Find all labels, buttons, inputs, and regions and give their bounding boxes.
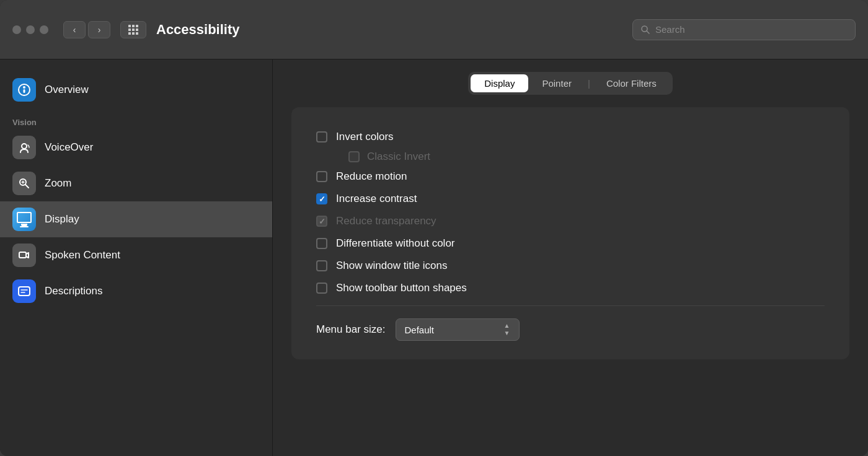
back-icon: ‹ bbox=[73, 25, 76, 35]
sidebar-item-zoom[interactable]: Zoom bbox=[0, 165, 272, 201]
svg-rect-11 bbox=[19, 287, 30, 296]
label-window-title: Show window title icons bbox=[336, 260, 448, 272]
svg-point-5 bbox=[22, 144, 27, 149]
search-icon bbox=[640, 25, 650, 35]
svg-line-7 bbox=[25, 185, 29, 188]
sidebar-item-spoken-label: Spoken Content bbox=[45, 249, 120, 261]
checkbox-toolbar-shapes[interactable] bbox=[316, 283, 327, 294]
stepper-up-icon: ▲ bbox=[504, 323, 510, 329]
tab-divider: | bbox=[588, 78, 590, 89]
sidebar-item-voiceover[interactable]: VoiceOver bbox=[0, 129, 272, 165]
checkmark-increase-contrast: ✓ bbox=[319, 195, 326, 204]
settings-panel: Invert colors Classic Invert Reduce moti… bbox=[291, 107, 849, 359]
svg-rect-10 bbox=[19, 252, 26, 258]
stepper-down-icon: ▼ bbox=[504, 330, 510, 336]
sidebar-item-descriptions-label: Descriptions bbox=[45, 285, 103, 297]
svg-point-3 bbox=[23, 86, 25, 89]
checkbox-classic-invert[interactable] bbox=[348, 151, 360, 162]
main-panel: Display Pointer | Color Filters Invert c… bbox=[273, 59, 868, 456]
setting-row-classic-invert: Classic Invert bbox=[348, 148, 825, 165]
nav-buttons: ‹ › bbox=[63, 21, 110, 38]
grid-icon bbox=[128, 25, 138, 35]
menu-bar-size-label: Menu bar size: bbox=[316, 323, 386, 336]
sidebar-item-display[interactable]: Display bbox=[0, 201, 272, 237]
svg-line-1 bbox=[647, 31, 649, 33]
search-bar[interactable] bbox=[632, 19, 856, 40]
checkbox-differentiate[interactable] bbox=[316, 238, 327, 249]
divider bbox=[316, 305, 825, 306]
window: ‹ › Accessibility bbox=[0, 0, 868, 456]
setting-row-window-title: Show window title icons bbox=[316, 255, 825, 277]
minimize-button[interactable] bbox=[26, 25, 35, 34]
sidebar-item-spoken[interactable]: Spoken Content bbox=[0, 237, 272, 273]
forward-icon: › bbox=[98, 25, 101, 35]
tab-color-filters[interactable]: Color Filters bbox=[593, 74, 670, 92]
label-differentiate: Differentiate without color bbox=[336, 237, 455, 250]
label-reduce-transparency: Reduce transparency bbox=[336, 215, 436, 227]
stepper-icon: ▲ ▼ bbox=[504, 323, 510, 336]
back-button[interactable]: ‹ bbox=[63, 21, 86, 38]
checkbox-increase-contrast[interactable]: ✓ bbox=[316, 193, 327, 204]
sidebar-item-overview-label: Overview bbox=[45, 84, 89, 96]
label-toolbar-shapes: Show toolbar button shapes bbox=[336, 282, 467, 294]
checkbox-invert-colors[interactable] bbox=[316, 131, 327, 142]
sidebar: Overview Vision VoiceOver bbox=[0, 59, 273, 456]
sidebar-item-voiceover-label: VoiceOver bbox=[45, 141, 93, 154]
checkbox-reduce-motion[interactable] bbox=[316, 171, 327, 182]
label-increase-contrast: Increase contrast bbox=[336, 193, 417, 205]
menu-bar-size-row: Menu bar size: Default ▲ ▼ bbox=[316, 318, 825, 341]
content: Overview Vision VoiceOver bbox=[0, 59, 868, 456]
traffic-lights bbox=[12, 25, 48, 34]
close-button[interactable] bbox=[12, 25, 21, 34]
spoken-icon bbox=[12, 243, 36, 267]
checkmark-reduce-transparency: ✓ bbox=[319, 217, 326, 226]
menu-bar-size-value: Default bbox=[405, 325, 435, 335]
sidebar-item-overview[interactable]: Overview bbox=[0, 72, 272, 108]
display-icon bbox=[12, 208, 36, 231]
checkbox-window-title[interactable] bbox=[316, 260, 327, 271]
setting-row-differentiate: Differentiate without color bbox=[316, 232, 825, 255]
sidebar-item-display-label: Display bbox=[45, 213, 79, 226]
label-reduce-motion: Reduce motion bbox=[336, 170, 407, 183]
grid-view-button[interactable] bbox=[120, 21, 146, 38]
voiceover-icon bbox=[12, 136, 36, 159]
titlebar: ‹ › Accessibility bbox=[0, 0, 868, 59]
setting-row-toolbar-shapes: Show toolbar button shapes bbox=[316, 277, 825, 299]
overview-icon bbox=[12, 78, 36, 102]
section-vision-header: Vision bbox=[0, 108, 272, 129]
setting-row-reduce-transparency: ✓ Reduce transparency bbox=[316, 210, 825, 232]
forward-button[interactable]: › bbox=[88, 21, 110, 38]
label-invert-colors: Invert colors bbox=[336, 131, 394, 143]
sidebar-item-descriptions[interactable]: Descriptions bbox=[0, 273, 272, 309]
checkbox-reduce-transparency[interactable]: ✓ bbox=[316, 216, 327, 227]
setting-row-invert-colors: Invert colors bbox=[316, 126, 825, 148]
search-input[interactable] bbox=[655, 24, 848, 35]
setting-row-increase-contrast: ✓ Increase contrast bbox=[316, 188, 825, 210]
menu-bar-size-dropdown[interactable]: Default ▲ ▼ bbox=[396, 318, 520, 341]
window-title: Accessibility bbox=[156, 22, 622, 38]
sidebar-item-zoom-label: Zoom bbox=[45, 177, 71, 190]
tabs: Display Pointer | Color Filters bbox=[468, 72, 672, 95]
zoom-icon bbox=[12, 172, 36, 195]
setting-row-reduce-motion: Reduce motion bbox=[316, 165, 825, 188]
tab-display[interactable]: Display bbox=[471, 74, 528, 92]
label-classic-invert: Classic Invert bbox=[367, 151, 430, 163]
descriptions-icon bbox=[12, 279, 36, 303]
tab-pointer[interactable]: Pointer bbox=[528, 74, 585, 92]
svg-rect-4 bbox=[24, 89, 25, 93]
fullscreen-button[interactable] bbox=[40, 25, 48, 34]
